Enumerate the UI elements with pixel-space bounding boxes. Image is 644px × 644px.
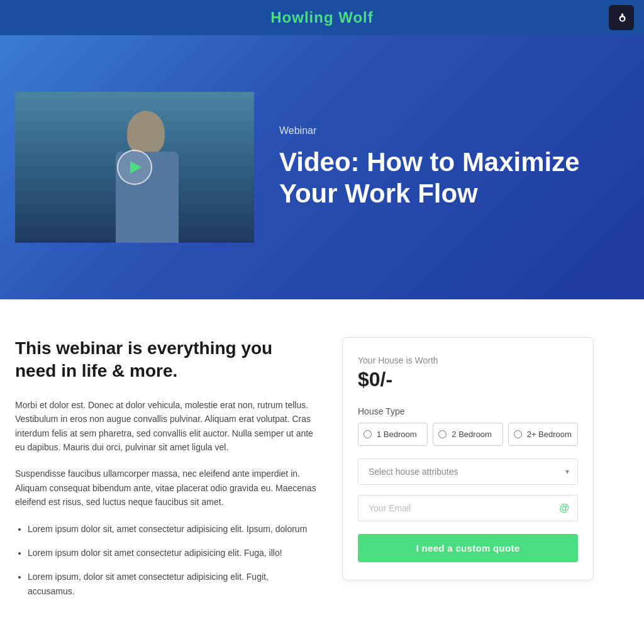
at-icon: @ bbox=[559, 502, 569, 514]
email-input[interactable] bbox=[358, 495, 578, 521]
form-card: Your House is Worth $0/- House Type 1 Be… bbox=[342, 337, 594, 580]
house-type-label: House Type bbox=[358, 406, 578, 416]
bedroom-label-1: 1 Bedroom bbox=[377, 430, 417, 439]
attributes-select[interactable]: Select house attributes Garden Pool Gara… bbox=[358, 458, 578, 485]
attributes-select-wrapper: Select house attributes Garden Pool Gara… bbox=[358, 458, 578, 485]
bedroom-radio-1[interactable] bbox=[364, 430, 372, 438]
worth-label: Your House is Worth bbox=[358, 355, 578, 365]
hero-section: Webinar Video: How to Maximize Your Work… bbox=[0, 35, 644, 299]
bedroom-label-3: 2+ Bedroom bbox=[527, 430, 572, 439]
bedroom-radio-3[interactable] bbox=[514, 430, 522, 438]
hubspot-icon bbox=[614, 11, 628, 25]
content-heading: This webinar is everything you need in l… bbox=[15, 337, 317, 383]
bedroom-option-3[interactable]: 2+ Bedroom bbox=[508, 423, 578, 446]
video-thumbnail bbox=[15, 92, 254, 243]
bedroom-radio-2[interactable] bbox=[438, 430, 447, 438]
bedroom-label-2: 2 Bedroom bbox=[452, 430, 492, 439]
hero-label: Webinar bbox=[279, 125, 619, 136]
content-para-2: Suspendisse faucibus ullamcorper massa, … bbox=[15, 467, 317, 509]
bedroom-option-2[interactable]: 2 Bedroom bbox=[433, 423, 502, 446]
email-wrapper: @ bbox=[358, 495, 578, 521]
submit-button[interactable]: I need a custom quote bbox=[358, 534, 578, 562]
page-header: Howling Wolf bbox=[0, 0, 644, 35]
list-item: Lorem ipsum, dolor sit amet consectetur … bbox=[28, 570, 317, 598]
play-button[interactable] bbox=[117, 150, 152, 185]
hero-content: Webinar Video: How to Maximize Your Work… bbox=[279, 113, 619, 223]
bedroom-radio-group: 1 Bedroom 2 Bedroom 2+ Bedroom bbox=[358, 423, 578, 446]
site-title: Howling Wolf bbox=[270, 9, 374, 26]
list-item: Lorem ipsum dolor sit amet consectetur a… bbox=[28, 546, 317, 560]
main-content: This webinar is everything you need in l… bbox=[0, 299, 644, 633]
hubspot-button[interactable] bbox=[609, 5, 634, 30]
content-left: This webinar is everything you need in l… bbox=[15, 337, 317, 608]
content-para-1: Morbi et dolor est. Donec at dolor vehic… bbox=[15, 398, 317, 455]
worth-value: $0/- bbox=[358, 368, 578, 391]
content-list: Lorem ipsum dolor sit, amet consectetur … bbox=[15, 522, 317, 599]
bedroom-option-1[interactable]: 1 Bedroom bbox=[358, 423, 428, 446]
list-item: Lorem ipsum dolor sit, amet consectetur … bbox=[28, 522, 317, 536]
hero-title: Video: How to Maximize Your Work Flow bbox=[279, 147, 619, 210]
